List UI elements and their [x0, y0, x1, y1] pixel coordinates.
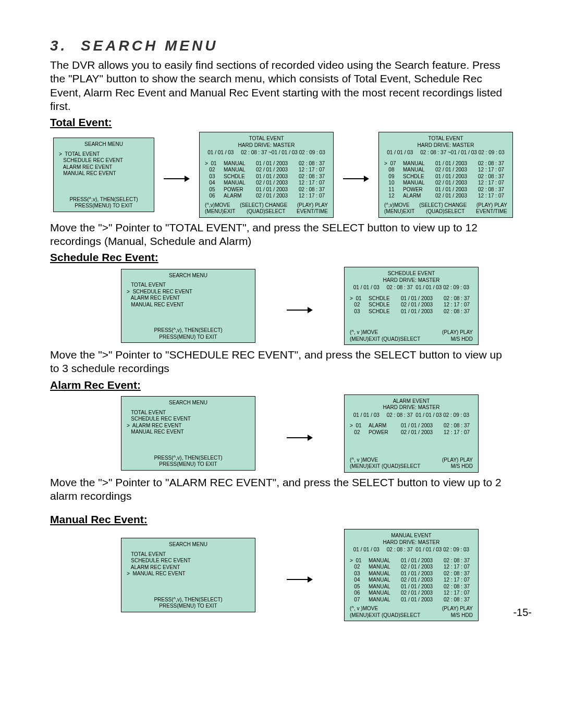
hard-drive-label: HARD DRIVE: MASTER [350, 404, 473, 411]
table-row[interactable]: 02MANUAL02 / 01 / 200312 : 17 : 07 [205, 167, 328, 174]
hint: (^, v )MOVE(PLAY) PLAY(MENU)EXIT (QUAD)S… [350, 329, 473, 342]
svg-marker-9 [308, 576, 313, 583]
event-table: > 01SCHDLE01 / 01 / 200302 : 08 : 37 02S… [350, 295, 473, 327]
table-row[interactable]: 09SCHDLE01 / 01 / 200302 : 08 : 37 [384, 174, 507, 180]
table-row[interactable]: 04MANUAL02 / 01 / 200312 : 17 : 07 [205, 180, 328, 187]
alarm-event-screen: ALARM EVENTHARD DRIVE: MASTER01 / 01 / 0… [344, 394, 479, 473]
intro-text: The DVR allows you to easily find sectio… [50, 58, 513, 113]
total-event-screen-2: TOTAL EVENTHARD DRIVE: MASTER01 / 01 / 0… [378, 132, 513, 218]
screen-title: SEARCH MENU [127, 400, 250, 406]
event-table: > 07MANUAL01 / 01 / 200302 : 08 : 37 08M… [384, 161, 507, 200]
screen-title: SEARCH MENU [127, 541, 250, 548]
event-table: > 01MANUAL01 / 01 / 200302 : 08 : 37 02M… [350, 558, 473, 603]
table-row[interactable]: 06ALARM02 / 01 / 200312 : 17 : 07 [205, 193, 328, 200]
screen-title: MANUAL EVENT [350, 533, 473, 539]
arrow-icon [164, 171, 190, 186]
arrow-icon [343, 171, 369, 186]
menu-item[interactable]: SCHEDULE REC EVENT [127, 416, 250, 423]
table-row[interactable]: > 01MANUAL01 / 01 / 200302 : 08 : 37 [205, 161, 328, 167]
hint: (^, v )MOVE(PLAY) PLAY(MENU)EXIT (QUAD)S… [350, 605, 473, 619]
date-range: 01 / 01 / 03 02 : 08 : 37 01 / 01 / 03 0… [350, 412, 473, 419]
search-menu-screen-schedule: SEARCH MENU TOTAL EVENT> SCHEDULE REC EV… [121, 269, 255, 343]
menu-item[interactable]: MANUAL REC EVENT [59, 170, 149, 177]
hard-drive-label: HARD DRIVE: MASTER [205, 142, 328, 149]
hint: PRESS(^,v), THEN(SELECT)PRESS(MENU) TO E… [127, 327, 250, 340]
hint: (^, v )MOVE(PLAY) PLAY(MENU)EXIT (QUAD)S… [350, 456, 473, 470]
menu-item[interactable]: > ALARM REC EVENT [127, 423, 250, 429]
table-row[interactable]: 03SCHDLE01 / 01 / 200302 : 08 : 37 [350, 309, 473, 315]
schedule-header: Schedule Rec Event: [50, 251, 513, 264]
table-row[interactable]: 02MANUAL02 / 01 / 200312 : 17 : 07 [350, 564, 473, 571]
screen-title: SCHEDULE EVENT [350, 270, 473, 277]
hint: PRESS(^,v), THEN(SELECT)PRESS(MENU) TO E… [127, 596, 250, 610]
table-row[interactable]: 04MANUAL02 / 01 / 200312 : 17 : 07 [350, 577, 473, 584]
date-range: 01 / 01 / 03 02 : 08 : 37 ~01 / 01 / 03 … [384, 150, 507, 156]
svg-marker-1 [185, 176, 190, 182]
table-row[interactable]: 05MANUAL01 / 01 / 200302 : 08 : 37 [350, 584, 473, 590]
menu-item[interactable]: SCHEDULE REC EVENT [59, 157, 149, 164]
svg-marker-5 [308, 307, 313, 313]
alarm-header: Alarm Rec Event: [50, 379, 513, 391]
date-range: 01 / 01 / 03 02 : 08 : 37 ~01 / 01 / 03 … [205, 150, 328, 156]
table-row[interactable]: 05POWER01 / 01 / 200302 : 08 : 37 [205, 187, 328, 193]
manual-row: SEARCH MENU TOTAL EVENT SCHEDULE REC EVE… [87, 529, 513, 621]
manual-event-screen: MANUAL EVENTHARD DRIVE: MASTER01 / 01 / … [344, 529, 479, 621]
search-menu-screen-manual: SEARCH MENU TOTAL EVENT SCHEDULE REC EVE… [121, 538, 255, 612]
menu-item[interactable]: TOTAL EVENT [127, 551, 250, 558]
table-row[interactable]: 07MANUAL01 / 01 / 200302 : 08 : 37 [350, 597, 473, 603]
arrow-icon [287, 430, 313, 445]
total-event-header: Total Event: [50, 116, 513, 129]
alarm-row: SEARCH MENU TOTAL EVENT SCHEDULE REC EVE… [87, 394, 513, 473]
arrow-icon [287, 572, 313, 587]
table-row[interactable]: 06MANUAL02 / 01 / 200312 : 17 : 07 [350, 590, 473, 597]
table-row[interactable]: 02SCHDLE02 / 01 / 200312 : 17 : 07 [350, 302, 473, 309]
menu-item[interactable]: > SCHEDULE REC EVENT [127, 289, 250, 295]
table-row[interactable]: 03MANUAL01 / 01 / 200302 : 08 : 37 [350, 571, 473, 577]
table-row[interactable]: 08MANUAL02 / 01 / 200312 : 17 : 07 [384, 167, 507, 174]
hint: (^,v)MOVE(SELECT) CHANGE(PLAY) PLAY(MENU… [205, 202, 328, 215]
hard-drive-label: HARD DRIVE: MASTER [384, 142, 507, 149]
table-row[interactable]: > 01MANUAL01 / 01 / 200302 : 08 : 37 [350, 558, 473, 564]
table-row[interactable]: 02POWER02 / 01 / 200312 : 17 : 07 [350, 429, 473, 436]
table-row[interactable]: 12ALARM02 / 01 / 200312 : 17 : 07 [384, 193, 507, 200]
menu-item[interactable]: > MANUAL REC EVENT [127, 571, 250, 577]
schedule-text: Move the ">" Pointer to "SCHEDULE REC EV… [50, 348, 513, 376]
page-number: -15- [513, 607, 532, 619]
screen-title: TOTAL EVENT [205, 135, 328, 142]
event-table: > 01ALARM01 / 01 / 200302 : 08 : 37 02PO… [350, 423, 473, 454]
menu-item[interactable]: TOTAL EVENT [127, 410, 250, 416]
arrow-icon [287, 303, 313, 317]
total-event-row: SEARCH MENU> TOTAL EVENT SCHEDULE REC EV… [53, 132, 513, 218]
screen-title: ALARM EVENT [350, 398, 473, 405]
menu-item[interactable]: TOTAL EVENT [127, 282, 250, 289]
event-table: > 01MANUAL01 / 01 / 200302 : 08 : 37 02M… [205, 161, 328, 200]
date-range: 01 / 01 / 03 02 : 08 : 37 01 / 01 / 03 0… [350, 547, 473, 553]
manual-header: Manual Rec Event: [50, 513, 513, 526]
table-row[interactable]: 11POWER01 / 01 / 200302 : 08 : 37 [384, 187, 507, 193]
alarm-text: Move the ">" Pointer to "ALARM REC EVENT… [50, 476, 513, 503]
menu-item[interactable]: SCHEDULE REC EVENT [127, 558, 250, 564]
menu-item[interactable]: MANUAL REC EVENT [127, 302, 250, 309]
menu-item[interactable]: ALARM REC EVENT [59, 164, 149, 171]
menu-item[interactable]: > TOTAL EVENT [59, 151, 149, 158]
table-row[interactable]: > 01ALARM01 / 01 / 200302 : 08 : 37 [350, 423, 473, 429]
date-range: 01 / 01 / 03 02 : 08 : 37 01 / 01 / 03 0… [350, 285, 473, 291]
menu-item[interactable]: ALARM REC EVENT [127, 564, 250, 571]
menu-item[interactable]: ALARM REC EVENT [127, 295, 250, 302]
menu-item[interactable]: MANUAL REC EVENT [127, 429, 250, 436]
section-title: 3. SEARCH MENU [50, 38, 513, 54]
hint: (^,v)MOVE(SELECT) CHANGE(PLAY) PLAY(MENU… [384, 202, 507, 215]
screen-title: TOTAL EVENT [384, 135, 507, 142]
hard-drive-label: HARD DRIVE: MASTER [350, 277, 473, 284]
table-row[interactable]: > 01SCHDLE01 / 01 / 200302 : 08 : 37 [350, 295, 473, 302]
table-row[interactable]: > 07MANUAL01 / 01 / 200302 : 08 : 37 [384, 161, 507, 167]
hint: PRESS(^,v), THEN(SELECT)PRESS(MENU) TO E… [127, 454, 250, 468]
table-row[interactable]: 10MANUAL02 / 01 / 200312 : 17 : 07 [384, 180, 507, 187]
screen-title: SEARCH MENU [59, 141, 149, 148]
total-event-text: Move the ">" Pointer to "TOTAL EVENT", a… [50, 221, 513, 249]
table-row[interactable]: 03SCHDLE01 / 01 / 200302 : 08 : 37 [205, 174, 328, 180]
hint: PRESS(^,v), THEN(SELECT)PRESS(MENU) TO E… [59, 196, 149, 209]
schedule-row: SEARCH MENU TOTAL EVENT> SCHEDULE REC EV… [87, 267, 513, 345]
search-menu-screen-total: SEARCH MENU> TOTAL EVENT SCHEDULE REC EV… [53, 138, 154, 212]
svg-marker-7 [308, 435, 313, 441]
